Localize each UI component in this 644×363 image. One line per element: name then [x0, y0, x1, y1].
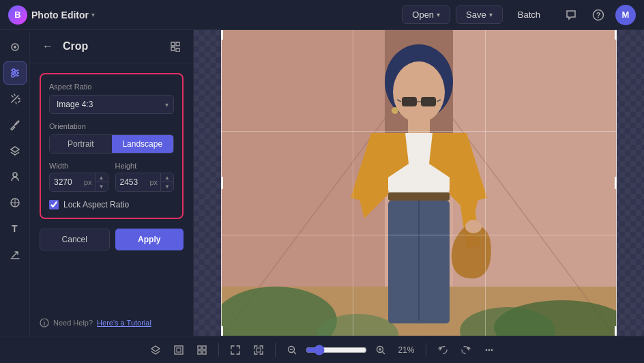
grid-bottom-icon[interactable]	[192, 340, 211, 360]
comment-icon[interactable]	[561, 5, 581, 25]
save-chevron-icon: ▾	[489, 11, 493, 18]
width-input-wrap: px ▲ ▼	[49, 173, 108, 192]
effects-sidebar-btn[interactable]	[3, 191, 27, 214]
svg-point-38	[392, 107, 398, 114]
open-button[interactable]: Open ▾	[402, 5, 450, 24]
help-row: i Need Help? Here's a Tutorial	[30, 310, 193, 336]
lock-aspect-ratio-label: Lock Aspect Ratio	[63, 200, 129, 209]
batch-button[interactable]: Batch	[508, 6, 550, 23]
help-text: Need Help?	[53, 319, 93, 327]
more-bottom-icon[interactable]	[480, 340, 499, 360]
svg-point-39	[465, 220, 482, 233]
svg-rect-44	[198, 351, 201, 354]
svg-line-53	[382, 351, 385, 354]
back-button[interactable]: ←	[40, 38, 56, 55]
canvas-area	[194, 30, 644, 336]
height-increment-button[interactable]: ▲	[161, 173, 173, 182]
export-sidebar-btn[interactable]	[3, 243, 27, 266]
height-decrement-button[interactable]: ▼	[161, 182, 173, 191]
save-button[interactable]: Save ▾	[456, 5, 503, 24]
width-decrement-button[interactable]: ▼	[96, 182, 108, 191]
topbar: B Photo Editor ▾ Open ▾ Save ▾ Batch ? M	[0, 0, 644, 30]
width-input[interactable]	[50, 174, 84, 190]
bottom-bar: 21%	[0, 336, 644, 363]
bottom-separator-3	[426, 343, 426, 357]
layers-sidebar-btn[interactable]	[3, 139, 27, 162]
height-label: Height	[115, 162, 175, 170]
portrait-button[interactable]: Portrait	[50, 135, 112, 153]
width-increment-button[interactable]: ▲	[96, 173, 108, 182]
svg-rect-42	[198, 346, 201, 349]
svg-rect-45	[203, 351, 206, 354]
dimensions-row: Width px ▲ ▼ Height	[49, 162, 174, 192]
tutorial-link[interactable]: Here's a Tutorial	[97, 319, 151, 327]
svg-text:T: T	[12, 223, 18, 234]
zoom-out-bottom-icon[interactable]	[282, 340, 302, 360]
apply-button[interactable]: Apply	[115, 229, 184, 250]
svg-rect-46	[257, 348, 261, 352]
zoom-percentage: 21%	[394, 345, 419, 355]
width-steppers: ▲ ▼	[95, 173, 108, 191]
svg-rect-34	[421, 97, 436, 106]
photo-canvas	[221, 30, 617, 336]
crop-options-box: Aspect Ratio Original Image 4:3 Square 1…	[40, 73, 184, 219]
aspect-ratio-select[interactable]: Original Image 4:3 Square 1:1 16:9 3:2 C…	[49, 95, 174, 114]
svg-point-27	[393, 61, 445, 123]
svg-rect-41	[177, 348, 181, 352]
action-buttons: Cancel Apply	[40, 229, 184, 250]
magic-sidebar-btn[interactable]	[3, 87, 27, 111]
frame-bottom-icon[interactable]	[169, 340, 188, 360]
redo-bottom-icon[interactable]	[456, 340, 475, 360]
zoom-slider[interactable]	[306, 345, 367, 355]
svg-rect-43	[203, 346, 206, 349]
svg-point-3	[14, 46, 16, 48]
undo-bottom-icon[interactable]	[433, 340, 452, 360]
icon-sidebar: T	[0, 30, 30, 336]
height-steppers: ▲ ▼	[160, 173, 173, 191]
height-input-wrap: px ▲ ▼	[115, 173, 175, 192]
tools-sidebar-btn[interactable]	[3, 113, 27, 136]
panel-title: Crop	[63, 40, 160, 53]
svg-point-55	[488, 349, 490, 351]
svg-rect-33	[402, 97, 417, 106]
svg-point-8	[15, 72, 18, 74]
svg-rect-30	[388, 192, 450, 201]
svg-rect-40	[175, 346, 183, 354]
orientation-label: Orientation	[49, 122, 174, 130]
svg-rect-28	[408, 116, 430, 133]
svg-point-7	[12, 69, 15, 72]
height-unit: px	[149, 178, 160, 186]
app-logo: B	[8, 5, 27, 25]
text-sidebar-btn[interactable]: T	[3, 217, 27, 240]
panel-content: Aspect Ratio Original Image 4:3 Square 1…	[30, 63, 193, 310]
lock-aspect-ratio-checkbox[interactable]	[49, 200, 59, 209]
main-body: T ← Crop Aspect Ratio	[0, 30, 644, 336]
panel-actions-icon[interactable]	[167, 38, 184, 55]
cancel-button[interactable]: Cancel	[40, 229, 110, 250]
landscape-button[interactable]: Landscape	[112, 135, 174, 153]
height-input[interactable]	[116, 174, 150, 190]
open-chevron-icon: ▾	[437, 11, 440, 18]
preview-sidebar-btn[interactable]	[3, 35, 27, 59]
width-label: Width	[49, 162, 108, 170]
panel: ← Crop Aspect Ratio Original Image 4:3 S…	[30, 30, 194, 336]
help-icon[interactable]: ?	[588, 5, 609, 25]
orientation-buttons: Portrait Landscape	[49, 134, 174, 154]
people-sidebar-btn[interactable]	[3, 165, 27, 188]
help-info-icon: i	[40, 318, 49, 328]
width-unit: px	[84, 178, 95, 186]
svg-text:?: ?	[596, 11, 601, 19]
width-field: Width px ▲ ▼	[49, 162, 108, 192]
svg-point-56	[491, 349, 493, 351]
user-avatar[interactable]: M	[615, 5, 636, 25]
crop-container[interactable]	[221, 30, 617, 336]
bottom-separator-1	[218, 343, 219, 357]
layers-bottom-icon[interactable]	[146, 340, 165, 360]
adjustments-sidebar-btn[interactable]	[3, 61, 27, 85]
orientation-row: Orientation Portrait Landscape	[49, 122, 174, 154]
zoom-in-bottom-icon[interactable]	[371, 340, 390, 360]
fit-bottom-icon[interactable]	[249, 340, 268, 360]
fullscreen-bottom-icon[interactable]	[226, 340, 245, 360]
svg-point-54	[485, 349, 487, 351]
app-chevron-icon[interactable]: ▾	[91, 11, 95, 18]
